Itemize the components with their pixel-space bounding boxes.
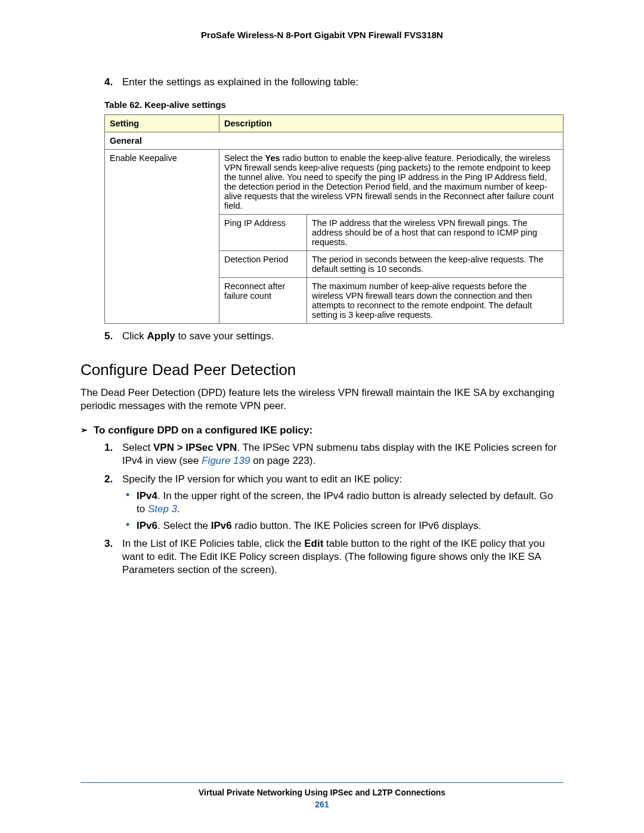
text-fragment: . bbox=[177, 503, 180, 515]
procedure-steps-list: 1. Select VPN > IPSec VPN. The IPSec VPN… bbox=[80, 441, 564, 577]
text-fragment: . Select the bbox=[157, 520, 211, 531]
table-section-row: General bbox=[105, 132, 564, 150]
text-fragment: Select bbox=[122, 442, 153, 453]
step-4: 4. Enter the settings as explained in th… bbox=[122, 76, 564, 89]
bullet-ipv6: IPv6. Select the IPv6 radio button. The … bbox=[137, 519, 564, 532]
text-bold-yes: Yes bbox=[265, 153, 280, 163]
step-link[interactable]: Step 3 bbox=[148, 503, 177, 515]
proc-step-3: 3. In the List of IKE Policies table, cl… bbox=[122, 537, 564, 577]
document-page: ProSafe Wireless-N 8-Port Gigabit VPN Fi… bbox=[0, 0, 644, 833]
sub-setting-ping-ip: Ping IP Address bbox=[219, 215, 307, 251]
setting-enable-keepalive: Enable Keepalive bbox=[105, 150, 219, 324]
text-bold-ipv6-2: IPv6 bbox=[211, 520, 232, 531]
proc-step-2: 2. Specify the IP version for which you … bbox=[122, 473, 564, 532]
sub-desc-ping-ip: The IP address that the wireless VPN fir… bbox=[307, 215, 564, 251]
table-caption: Table 62. Keep-alive settings bbox=[104, 100, 564, 110]
page-footer: Virtual Private Networking Using IPSec a… bbox=[80, 778, 564, 809]
text-fragment: Click bbox=[122, 330, 147, 342]
step-number: 1. bbox=[104, 441, 113, 454]
main-steps-list-cont: 5. Click Apply to save your settings. bbox=[80, 330, 564, 343]
step-number: 5. bbox=[104, 330, 113, 343]
text-bold-ipv4: IPv4 bbox=[137, 490, 157, 501]
col-description: Description bbox=[219, 115, 564, 132]
main-steps-list: 4. Enter the settings as explained in th… bbox=[80, 76, 564, 89]
sub-setting-reconnect: Reconnect after failure count bbox=[219, 278, 307, 324]
text-bold-edit: Edit bbox=[304, 538, 323, 549]
step-text: Enter the settings as explained in the f… bbox=[122, 76, 358, 88]
table-header-row: Setting Description bbox=[105, 115, 564, 132]
footer-page-number: 261 bbox=[80, 800, 564, 809]
menu-path: VPN > IPSec VPN bbox=[153, 442, 237, 453]
text-bold-apply: Apply bbox=[147, 330, 175, 342]
step-number: 2. bbox=[104, 473, 113, 486]
sub-setting-detection-period: Detection Period bbox=[219, 251, 307, 278]
step-number: 3. bbox=[104, 537, 113, 550]
sub-desc-detection-period: The period in seconds between the keep-a… bbox=[307, 251, 564, 278]
arrow-icon: ➢ bbox=[80, 425, 88, 435]
table-row: Enable Keepalive Select the Yes radio bu… bbox=[105, 150, 564, 215]
text-fragment: on page 223). bbox=[250, 455, 316, 466]
section-general: General bbox=[105, 132, 564, 150]
bullet-list: IPv4. In the upper right of the screen, … bbox=[122, 490, 564, 532]
col-setting: Setting bbox=[105, 115, 219, 132]
intro-paragraph: The Dead Peer Detection (DPD) feature le… bbox=[80, 386, 564, 413]
keepalive-settings-table: Setting Description General Enable Keepa… bbox=[104, 114, 564, 324]
section-heading-dpd: Configure Dead Peer Detection bbox=[80, 361, 564, 379]
text-fragment: radio button. The IKE Policies screen fo… bbox=[232, 520, 481, 531]
document-header-title: ProSafe Wireless-N 8-Port Gigabit VPN Fi… bbox=[80, 30, 564, 40]
text-fragment: to save your settings. bbox=[175, 330, 274, 342]
text-bold-ipv6: IPv6 bbox=[137, 520, 157, 531]
step-5: 5. Click Apply to save your settings. bbox=[122, 330, 564, 343]
proc-step-1: 1. Select VPN > IPSec VPN. The IPSec VPN… bbox=[122, 441, 564, 467]
procedure-heading: ➢To configure DPD on a configured IKE po… bbox=[80, 425, 564, 436]
text-fragment: In the List of IKE Policies table, click… bbox=[122, 538, 304, 549]
procedure-title: To configure DPD on a configured IKE pol… bbox=[94, 425, 312, 436]
text-fragment: . In the upper right of the screen, the … bbox=[137, 490, 553, 515]
step-text: Specify the IP version for which you wan… bbox=[122, 473, 402, 485]
figure-link[interactable]: Figure 139 bbox=[202, 455, 250, 466]
desc-enable-keepalive: Select the Yes radio button to enable th… bbox=[219, 150, 564, 215]
footer-chapter-title: Virtual Private Networking Using IPSec a… bbox=[80, 788, 564, 797]
sub-desc-reconnect: The maximum number of keep-alive request… bbox=[307, 278, 564, 324]
footer-rule bbox=[80, 782, 564, 783]
text-fragment: Select the bbox=[224, 153, 265, 163]
bullet-ipv4: IPv4. In the upper right of the screen, … bbox=[137, 490, 564, 516]
step-number: 4. bbox=[104, 76, 113, 89]
